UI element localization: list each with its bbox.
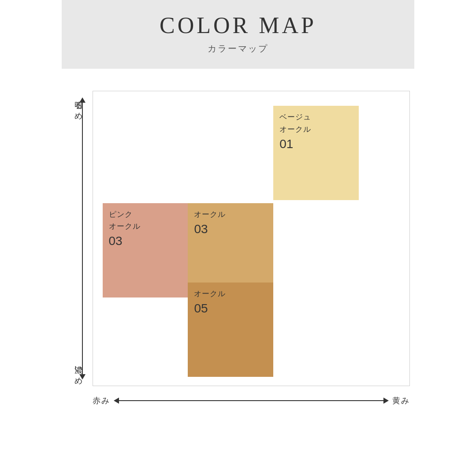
tile-number: 01	[279, 137, 353, 151]
x-arrow-left-icon	[114, 398, 119, 404]
x-right-label: 黄み	[392, 395, 410, 406]
tile-number: 03	[194, 222, 267, 236]
color-tile-tile-05: オークル05	[188, 283, 273, 377]
tile-number: 03	[109, 234, 182, 248]
chart-box: ベージュオークル01ピンクオークル03オークル03オークル05	[93, 91, 410, 386]
title-en: COLOR MAP	[79, 12, 397, 38]
x-arrow-right-icon	[383, 398, 389, 404]
y-arrow-down-icon	[79, 374, 86, 379]
color-tile-tile-pink-03: ピンクオークル03	[103, 203, 188, 298]
tile-name: ベージュオークル	[279, 111, 353, 135]
color-tile-tile-01: ベージュオークル01	[273, 106, 359, 200]
tile-name: オークル	[194, 208, 267, 220]
tile-name: オークル	[194, 288, 267, 300]
header-band: COLOR MAP カラーマップ	[62, 0, 414, 69]
title-jp: カラーマップ	[79, 43, 397, 55]
y-arrow-up-icon	[79, 97, 86, 103]
tile-name: ピンクオークル	[109, 208, 182, 232]
x-left-label: 赤み	[93, 395, 110, 406]
tile-number: 05	[194, 301, 267, 316]
